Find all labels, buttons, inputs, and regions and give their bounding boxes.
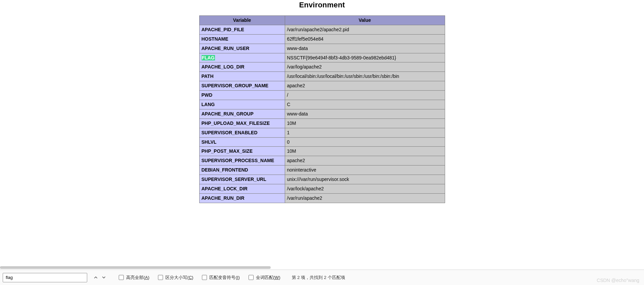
table-row: APACHE_LOCK_DIR/var/lock/apache2 (199, 184, 445, 194)
table-row: SUPERVISOR_PROCESS_NAMEapache2 (199, 156, 445, 165)
table-header-row: Variable Value (199, 16, 445, 25)
value-cell: 62ff1fef5e054e84 (285, 34, 445, 44)
variable-cell: PWD (199, 91, 285, 100)
horizontal-scrollbar[interactable] (0, 266, 272, 269)
section-title: Environment (0, 1, 644, 9)
variable-cell: APACHE_RUN_GROUP (199, 109, 285, 118)
find-prev-button[interactable] (92, 274, 99, 281)
column-header-variable: Variable (199, 16, 285, 25)
variable-cell: SHLVL (199, 137, 285, 147)
table-row: APACHE_PID_FILE/var/run/apache2/apache2.… (199, 25, 445, 34)
value-cell: www-data (285, 109, 445, 118)
checkbox-box (158, 275, 163, 280)
find-input[interactable] (3, 273, 87, 282)
chevron-up-icon (93, 275, 98, 280)
variable-cell: PATH (199, 72, 285, 81)
value-cell: NSSCTF{99e6494f-8bf3-4db3-9589-0ea982ebd… (285, 53, 445, 62)
value-cell: / (285, 91, 445, 100)
table-row: SUPERVISOR_GROUP_NAMEapache2 (199, 81, 445, 91)
table-row: PHP_UPLOAD_MAX_FILESIZE10M (199, 118, 445, 128)
table-row: HOSTNAME62ff1fef5e054e84 (199, 34, 445, 44)
value-cell: /var/run/apache2/apache2.pid (285, 25, 445, 34)
value-cell: 0 (285, 137, 445, 147)
value-cell: C (285, 100, 445, 109)
variable-cell: SUPERVISOR_SERVER_URL (199, 175, 285, 184)
table-row: APACHE_RUN_GROUPwww-data (199, 109, 445, 118)
match-case-checkbox[interactable]: 区分大小写(C) (158, 275, 193, 281)
checkbox-label: 区分大小写(C) (165, 275, 193, 281)
scrollbar-thumb[interactable] (0, 266, 271, 269)
checkbox-box (202, 275, 207, 280)
table-row: SHLVL0 (199, 137, 445, 147)
table-row: SUPERVISOR_ENABLED1 (199, 128, 445, 137)
find-next-button[interactable] (100, 274, 107, 281)
match-diacritics-checkbox[interactable]: 匹配变音符号(I) (202, 275, 239, 281)
table-row: APACHE_RUN_DIR/var/run/apache2 (199, 193, 445, 203)
variable-cell: APACHE_RUN_DIR (199, 193, 285, 203)
find-bar: 高亮全部(A) 区分大小写(C) 匹配变音符号(I) 全词匹配(W) 第 2 项… (0, 270, 644, 285)
checkbox-label: 匹配变音符号(I) (209, 275, 239, 281)
table-row: LANGC (199, 100, 445, 109)
highlight-all-checkbox[interactable]: 高亮全部(A) (119, 275, 149, 281)
value-cell: 10M (285, 147, 445, 156)
column-header-value: Value (285, 16, 445, 25)
value-cell: /var/run/apache2 (285, 193, 445, 203)
checkbox-label: 全词匹配(W) (256, 275, 280, 281)
chevron-down-icon (101, 275, 106, 280)
table-row: PATH/usr/local/sbin:/usr/local/bin:/usr/… (199, 72, 445, 81)
table-row: SUPERVISOR_SERVER_URLunix:///var/run/sup… (199, 175, 445, 184)
variable-cell: APACHE_LOCK_DIR (199, 184, 285, 194)
variable-cell: SUPERVISOR_GROUP_NAME (199, 81, 285, 91)
value-cell: 10M (285, 118, 445, 128)
variable-cell: SUPERVISOR_ENABLED (199, 128, 285, 137)
table-row: PHP_POST_MAX_SIZE10M (199, 147, 445, 156)
value-cell: noninteractive (285, 165, 445, 175)
checkbox-label: 高亮全部(A) (126, 275, 149, 281)
value-cell: /usr/local/sbin:/usr/local/bin:/usr/sbin… (285, 72, 445, 81)
environment-table: Variable Value APACHE_PID_FILE/var/run/a… (199, 15, 445, 203)
variable-cell: PHP_UPLOAD_MAX_FILESIZE (199, 118, 285, 128)
checkbox-box (249, 275, 254, 280)
value-cell: apache2 (285, 156, 445, 165)
value-cell: unix:///var/run/supervisor.sock (285, 175, 445, 184)
whole-word-checkbox[interactable]: 全词匹配(W) (249, 275, 280, 281)
table-row: PWD/ (199, 91, 445, 100)
table-row: APACHE_RUN_USERwww-data (199, 44, 445, 53)
value-cell: apache2 (285, 81, 445, 91)
table-row: DEBIAN_FRONTENDnoninteractive (199, 165, 445, 175)
value-cell: /var/lock/apache2 (285, 184, 445, 194)
variable-cell: LANG (199, 100, 285, 109)
variable-cell: DEBIAN_FRONTEND (199, 165, 285, 175)
value-cell: /var/log/apache2 (285, 62, 445, 72)
variable-cell: SUPERVISOR_PROCESS_NAME (199, 156, 285, 165)
variable-cell: PHP_POST_MAX_SIZE (199, 147, 285, 156)
variable-cell: FLAG (199, 53, 285, 62)
variable-cell: HOSTNAME (199, 34, 285, 44)
find-nav-arrows (92, 274, 107, 281)
page-content: Environment Variable Value APACHE_PID_FI… (0, 0, 644, 203)
variable-cell: APACHE_LOG_DIR (199, 62, 285, 72)
find-results-text: 第 2 项，共找到 2 个匹配项 (292, 275, 345, 281)
table-row: APACHE_LOG_DIR/var/log/apache2 (199, 62, 445, 72)
variable-cell: APACHE_PID_FILE (199, 25, 285, 34)
checkbox-box (119, 275, 124, 280)
variable-cell: APACHE_RUN_USER (199, 44, 285, 53)
value-cell: 1 (285, 128, 445, 137)
search-highlight: FLAG (202, 55, 215, 60)
value-cell: www-data (285, 44, 445, 53)
table-row: FLAGNSSCTF{99e6494f-8bf3-4db3-9589-0ea98… (199, 53, 445, 62)
